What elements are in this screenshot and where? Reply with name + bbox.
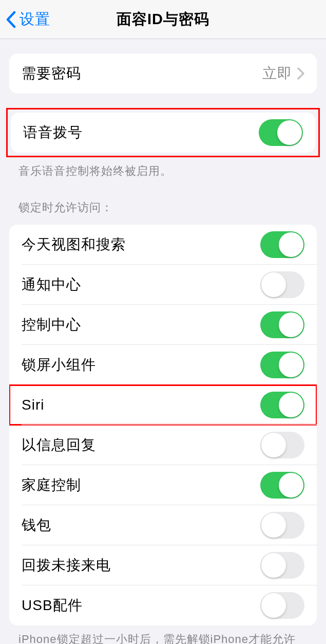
lock-access-row: 今天视图和搜索: [9, 225, 317, 265]
back-label: 设置: [20, 9, 50, 30]
lock-access-item-label: 今天视图和搜索: [22, 235, 126, 254]
lock-access-toggle[interactable]: [260, 552, 304, 579]
require-passcode-value: 立即: [262, 64, 292, 83]
voice-dial-footer: 音乐语音控制将始终被启用。: [0, 157, 326, 179]
lock-access-header: 锁定时允许访问：: [0, 179, 326, 220]
toggle-knob: [279, 353, 303, 377]
lock-access-row: Siri: [9, 385, 317, 425]
lock-access-row: 以信息回复: [9, 425, 317, 465]
lock-access-row: 通知中心: [9, 265, 317, 305]
lock-access-row: 锁屏小组件: [9, 345, 317, 385]
lock-access-toggle[interactable]: [260, 592, 304, 619]
lock-access-toggle[interactable]: [260, 472, 304, 499]
lock-access-row: USB配件: [9, 585, 317, 625]
toggle-knob: [279, 312, 303, 337]
lock-access-toggle[interactable]: [260, 271, 304, 298]
lock-access-item-label: 控制中心: [22, 315, 81, 335]
require-passcode-row[interactable]: 需要密码 立即: [9, 53, 317, 94]
toggle-knob: [261, 553, 286, 578]
lock-access-item-label: USB配件: [22, 596, 83, 615]
back-button[interactable]: 设置: [0, 9, 50, 30]
header: 设置 面容ID与密码: [0, 0, 326, 39]
lock-access-toggle[interactable]: [260, 311, 304, 338]
toggle-knob: [279, 232, 303, 257]
lock-access-row: 控制中心: [9, 305, 317, 345]
toggle-knob: [261, 433, 286, 457]
lock-access-toggle[interactable]: [260, 512, 304, 539]
lock-access-toggle[interactable]: [260, 432, 304, 458]
chevron-right-icon: [297, 67, 304, 80]
voice-dial-label: 语音拨号: [23, 123, 83, 142]
lock-access-group: 今天视图和搜索通知中心控制中心锁屏小组件Siri以信息回复家庭控制钱包回拨未接来…: [9, 225, 317, 625]
toggle-knob: [261, 272, 286, 297]
chevron-left-icon: [5, 11, 16, 28]
lock-access-item-label: 钱包: [22, 516, 51, 535]
lock-access-row: 回拨未接来电: [9, 545, 317, 585]
toggle-knob: [277, 120, 302, 145]
lock-access-toggle[interactable]: [260, 231, 304, 258]
page-title: 面容ID与密码: [117, 9, 209, 30]
lock-access-item-label: 家庭控制: [22, 475, 81, 495]
lock-access-row: 钱包: [9, 505, 317, 545]
lock-access-item-label: 通知中心: [22, 275, 81, 295]
lock-access-item-label: 以信息回复: [22, 435, 96, 455]
require-passcode-label: 需要密码: [22, 64, 81, 83]
toggle-knob: [261, 513, 286, 538]
toggle-knob: [261, 593, 286, 618]
lock-access-item-label: Siri: [22, 397, 44, 413]
content: 需要密码 立即 语音拨号 音乐语音控制将始终被启用。 锁定时允许访问： 今天视图…: [0, 53, 326, 644]
lock-access-toggle[interactable]: [260, 392, 304, 418]
passcode-group: 需要密码 立即: [9, 53, 317, 94]
lock-access-item-label: 锁屏小组件: [22, 355, 96, 375]
voice-dial-group: 语音拨号: [11, 113, 315, 153]
voice-dial-toggle[interactable]: [259, 119, 303, 146]
lock-access-toggle[interactable]: [260, 352, 304, 378]
lock-access-item-label: 回拨未接来电: [22, 556, 111, 575]
lock-access-row: 家庭控制: [9, 465, 317, 505]
require-passcode-value-wrap: 立即: [262, 64, 304, 83]
toggle-knob: [279, 393, 303, 417]
voice-dial-row: 语音拨号: [11, 113, 315, 153]
voice-dial-highlight: 语音拨号: [6, 108, 320, 157]
lock-access-footer: iPhone锁定超过一小时后，需先解锁iPhone才能允许USB配件连接。: [0, 625, 326, 644]
toggle-knob: [279, 473, 303, 498]
